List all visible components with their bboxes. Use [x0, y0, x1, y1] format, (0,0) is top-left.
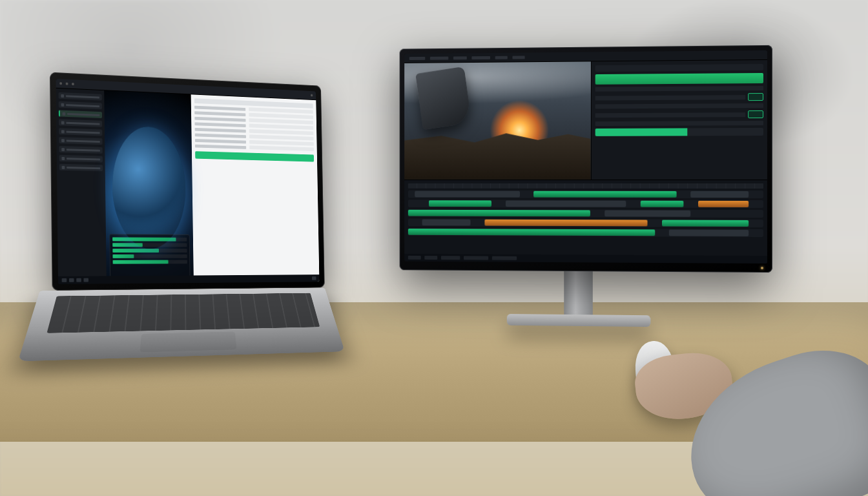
statusbar-chip: [441, 256, 460, 260]
window-control-icon[interactable]: [66, 83, 68, 85]
laptop-preview-viewport[interactable]: [104, 90, 194, 284]
sidebar-item-label: [67, 140, 100, 143]
timeline-clip[interactable]: [691, 191, 749, 198]
monitor-screen: [404, 50, 767, 264]
inspector-field[interactable]: [595, 95, 745, 100]
menu-item[interactable]: [430, 56, 448, 59]
sidebar-item[interactable]: [59, 137, 102, 145]
laptop-trackpad[interactable]: [140, 331, 237, 352]
timeline-clip[interactable]: [506, 200, 626, 207]
sidebar-item-icon: [61, 94, 64, 98]
progress-fill: [112, 237, 176, 241]
inspector-toggle[interactable]: [748, 110, 763, 118]
inspector-row: [595, 121, 763, 126]
monitor-timeline[interactable]: [404, 180, 767, 256]
monitor-power-led-icon: [761, 267, 763, 269]
inspector-row: [595, 93, 763, 102]
progress-fill: [112, 254, 134, 258]
timeline-track[interactable]: [408, 200, 763, 208]
inspector-field[interactable]: [595, 121, 763, 126]
timeline-clip[interactable]: [662, 220, 749, 226]
progress-row: [113, 260, 187, 264]
inspector-row: [595, 103, 763, 108]
sidebar-item[interactable]: [59, 146, 102, 154]
timeline-ruler[interactable]: [408, 183, 763, 189]
sidebar-item[interactable]: [59, 128, 102, 136]
laptop: [50, 72, 327, 434]
menu-icon[interactable]: [311, 94, 313, 97]
timeline-clip[interactable]: [698, 201, 749, 207]
user-arm: [623, 328, 868, 496]
timeline-clip[interactable]: [422, 219, 470, 225]
progress-fill: [112, 249, 159, 253]
taskbar-clock: [312, 276, 316, 280]
window-control-icon[interactable]: [72, 83, 74, 85]
property-label: [195, 127, 246, 132]
properties-apply-button[interactable]: [195, 151, 314, 161]
laptop-screen: [56, 79, 320, 284]
timeline-track[interactable]: [408, 218, 763, 227]
property-value[interactable]: [249, 124, 313, 130]
menu-item[interactable]: [453, 56, 466, 59]
sidebar-item[interactable]: [59, 92, 102, 101]
monitor-viewport[interactable]: [404, 61, 590, 179]
menu-item[interactable]: [495, 56, 507, 59]
sidebar-item-label: [66, 121, 99, 125]
sidebar-item[interactable]: [59, 110, 102, 118]
taskbar-item[interactable]: [69, 278, 74, 282]
menu-item[interactable]: [409, 56, 426, 59]
statusbar-chip: [464, 256, 488, 260]
sidebar-item-icon: [62, 165, 65, 169]
laptop-base: [18, 287, 345, 361]
laptop-keyboard[interactable]: [46, 293, 320, 333]
sidebar-item-icon: [61, 156, 65, 160]
sidebar-item[interactable]: [59, 101, 102, 110]
timeline-clip[interactable]: [669, 229, 749, 236]
sidebar-item-icon: [61, 130, 65, 133]
external-monitor: [400, 45, 762, 316]
property-label: [195, 139, 246, 143]
laptop-taskbar: [58, 274, 320, 284]
taskbar-item[interactable]: [76, 278, 81, 282]
inspector-field[interactable]: [595, 103, 763, 108]
timeline-clip[interactable]: [534, 191, 677, 198]
property-value[interactable]: [249, 145, 314, 151]
sidebar-item-label: [66, 95, 99, 98]
monitor-inspector-panel: [590, 60, 767, 180]
inspector-primary-button[interactable]: [595, 73, 763, 85]
timeline-clip[interactable]: [604, 210, 690, 216]
menu-item[interactable]: [471, 56, 490, 59]
property-label: [194, 105, 245, 110]
taskbar-item[interactable]: [83, 278, 88, 282]
statusbar-chip: [492, 256, 517, 260]
sidebar-item-label: [67, 130, 100, 134]
inspector-toggle[interactable]: [748, 93, 763, 101]
menu-item[interactable]: [512, 56, 525, 59]
laptop-progress-panel: [109, 234, 190, 280]
timeline-clip[interactable]: [408, 210, 590, 216]
statusbar-chip: [408, 256, 421, 260]
timeline-track[interactable]: [408, 209, 763, 218]
inspector-field[interactable]: [595, 86, 763, 92]
sidebar-item[interactable]: [59, 164, 103, 171]
sidebar-item[interactable]: [59, 119, 102, 127]
timeline-clip[interactable]: [415, 191, 520, 197]
inspector-row: [595, 86, 763, 92]
progress-row: [112, 243, 187, 247]
property-value[interactable]: [249, 134, 314, 140]
timeline-clip[interactable]: [641, 201, 684, 207]
property-label: [194, 116, 245, 121]
timeline-clip[interactable]: [408, 229, 655, 236]
property-value[interactable]: [249, 140, 314, 146]
progress-fill: [113, 260, 169, 264]
timeline-track[interactable]: [408, 228, 763, 237]
property-value[interactable]: [249, 129, 313, 135]
timeline-track[interactable]: [408, 190, 763, 198]
sidebar-item[interactable]: [59, 155, 103, 163]
timeline-clip[interactable]: [484, 220, 647, 227]
window-control-icon[interactable]: [59, 82, 62, 85]
monitor-stand-base: [507, 314, 651, 327]
inspector-field[interactable]: [595, 112, 745, 118]
timeline-clip[interactable]: [429, 200, 491, 207]
taskbar-item[interactable]: [62, 278, 67, 282]
